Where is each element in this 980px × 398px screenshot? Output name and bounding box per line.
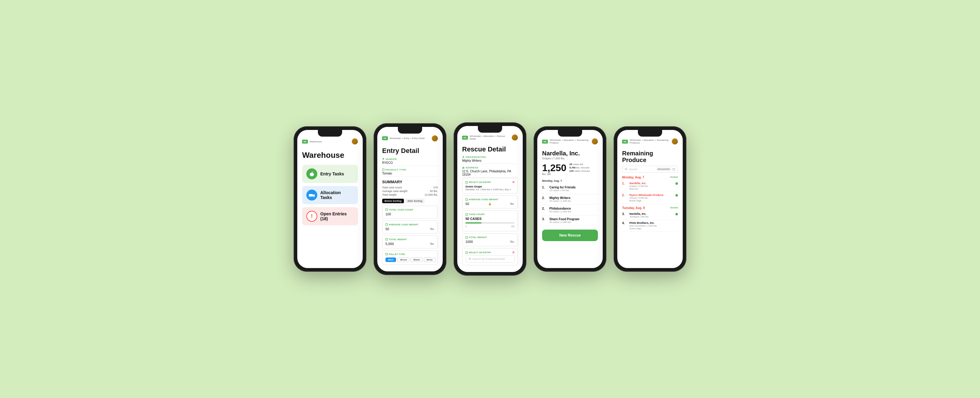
svg-rect-7: [382, 169, 384, 171]
open-entries-label: Open Entries (18): [320, 211, 354, 221]
breadcrumb-2: Wholesale > Entry > Entry Detail: [390, 137, 432, 140]
sort-tabs: Before Sorting After Sorting: [382, 199, 438, 203]
weight-icon-3: [465, 198, 468, 201]
before-sorting-tab[interactable]: Before Sorting: [382, 199, 404, 203]
svg-point-6: [383, 158, 384, 159]
day-label: Monday, Aug. 7: [542, 179, 598, 182]
phones-container: SE Warehouse Warehouse Entry Tasks: [294, 122, 686, 276]
pallet-type-box: PALLET TYPE Blue Wood Black None: [382, 250, 438, 265]
alloc-sub-3: 50 cases | 1,500 lbs.: [549, 210, 571, 213]
svg-rect-11: [386, 253, 388, 255]
alloc-num-4: 3.: [542, 217, 547, 221]
produce-num-1: 1.: [622, 182, 627, 185]
total-case-count-value: 100: [385, 212, 434, 216]
produce-item-2: 2. Ryeco Wholesale Produce Onions | 5,00…: [622, 192, 678, 204]
svg-rect-16: [466, 213, 468, 215]
total-weight-unit: lbs.: [430, 242, 434, 245]
svg-point-5: [313, 196, 314, 197]
select-entry-box-2: SELECT AN ENTRY ✕ Search by Produce/Vend…: [462, 248, 518, 265]
summary-title: SUMMARY: [382, 180, 438, 184]
case-count-slider[interactable]: 0 150: [465, 222, 515, 227]
svg-point-4: [309, 196, 310, 197]
produce-num-2: 2.: [622, 193, 627, 197]
pallet-none[interactable]: None: [424, 257, 436, 262]
select-entry-box-1: SELECT AN ENTRY ✕ Green Grape Nardella, …: [462, 178, 518, 193]
case-count-label: CASE COUNT: [465, 213, 515, 216]
search-placeholder: Search: [629, 168, 655, 171]
content-4: Nardella, Inc. Grapes | 7,000 lbs. 1,250…: [537, 146, 603, 246]
svg-rect-14: [466, 181, 468, 183]
produce-dot-2: [675, 194, 678, 197]
org-icon: [462, 156, 465, 159]
produce-sub1-1: Grapes | 2,000 lbs.: [629, 185, 673, 187]
address-value: 12 E. Church Lane, Philadelphia, PA 1910…: [462, 170, 518, 178]
alloc-sub-2: 20 cases | 1,000 lbs.: [549, 200, 571, 202]
notch-1: [318, 130, 342, 136]
avg-case-weight-unit: lbs.: [430, 227, 434, 230]
entry-tasks-label: Entry Tasks: [320, 171, 344, 176]
org-title: Nardella, Inc.: [542, 150, 598, 157]
total-case-count-label: TOTAL CASE COUNT: [385, 208, 434, 211]
pallet-black[interactable]: Black: [410, 257, 422, 262]
open-entries-card[interactable]: ! Open Entries (18): [302, 207, 358, 225]
pallet-wood[interactable]: Wood: [397, 257, 409, 262]
produce-dot-1: [675, 182, 678, 185]
big-stat-value: 1,250: [542, 163, 566, 173]
alloc-num-3: 2.: [542, 207, 547, 210]
date-badge: 06/10/2023: [656, 167, 671, 171]
total-weight-unit-3: lbs.: [510, 240, 515, 243]
alloc-item-3: 2. Philabundance 50 cases | 1,500 lbs.: [542, 205, 598, 216]
close-entry-button[interactable]: ✕: [512, 181, 515, 184]
alloc-info-4: Share Food Program 50 cases | 2,500 lbs.: [549, 217, 579, 224]
search-bar[interactable]: Search 06/10/2023: [622, 166, 678, 173]
breadcrumb-1: Warehouse: [310, 140, 352, 143]
notch-5: [638, 130, 662, 136]
org-value: Mighty Writers: [462, 159, 518, 164]
svg-rect-17: [466, 236, 468, 238]
screen-4: SE Wholesale > Allocation > Remaining Pr…: [537, 130, 603, 268]
breadcrumb-4: Wholesale > Allocation > Remaining Produ…: [550, 139, 592, 144]
screen-3: SE Wholesale > Allocation > Rescue Detai…: [457, 126, 523, 272]
side-stat-2: 5,750 lbs. rescued: [570, 166, 590, 169]
svg-point-12: [463, 156, 464, 157]
total-weight-box-3: TOTAL WEIGHT 1000 lbs.: [462, 233, 518, 246]
pallet-blue[interactable]: Blue: [385, 257, 396, 262]
avatar-1: [352, 138, 358, 144]
alloc-info-2: Mighty Writers 20 cases | 1,000 lbs.: [549, 196, 571, 202]
selected-entry-name: Green Grape: [465, 185, 515, 188]
allocation-tasks-card[interactable]: Allocation Tasks: [302, 186, 358, 204]
produce-sub1-3: Tomatoes | 500 lbs.: [629, 216, 673, 218]
vendor-icon: [382, 158, 385, 160]
weight-icon: [385, 223, 388, 226]
entry-icon-2: [465, 251, 468, 254]
produce-info-1: Nardella, Inc. Grapes | 2,000 lbs. Blue …: [629, 182, 673, 190]
phone-rescue-detail: SE Wholesale > Allocation > Rescue Detai…: [453, 122, 527, 276]
search-entry-input[interactable]: Search by Produce/Vendor: [465, 255, 515, 263]
entry-tasks-card[interactable]: Entry Tasks: [302, 165, 358, 183]
logo-1: SE: [302, 140, 308, 144]
avg-weight-unit-3: lbs.: [510, 202, 515, 205]
total-weight-value: 5,000: [385, 242, 394, 246]
pallet-icon: [385, 253, 388, 255]
content-1: Warehouse Entry Tasks: [297, 146, 363, 233]
case-count-icon: [465, 213, 468, 216]
content-3: Rescue Detail ORGANIZATION Mighty Writer…: [457, 142, 523, 272]
select-entry-label-1: SELECT AN ENTRY ✕: [465, 181, 515, 184]
logo-5: SE: [622, 140, 628, 144]
close-entry-2-button[interactable]: ✕: [512, 251, 515, 254]
screen-1: SE Warehouse Warehouse Entry Tasks: [297, 130, 363, 268]
alloc-info-1: Caring for Friends 15 cases | 750 lbs.: [549, 186, 576, 192]
logo-4: SE: [542, 140, 548, 144]
allocation-tasks-label: Allocation Tasks: [320, 190, 354, 200]
produce-name-3: Nardella, Inc.: [629, 212, 673, 216]
produce-sub2-4: Green bags: [629, 227, 673, 230]
svg-line-20: [470, 259, 471, 260]
new-rescue-button[interactable]: New Rescue: [542, 230, 598, 241]
rescue-detail-title: Rescue Detail: [462, 145, 518, 153]
avg-case-weight-label: AVERAGE CASE WEIGHT: [385, 223, 434, 226]
after-sorting-tab[interactable]: After Sorting: [405, 199, 425, 203]
svg-rect-23: [673, 168, 675, 170]
allocation-list: 1. Caring for Friends 15 cases | 750 lbs…: [542, 184, 598, 226]
produce-num-4: 4.: [622, 221, 627, 225]
alloc-info-3: Philabundance 50 cases | 1,500 lbs.: [549, 207, 571, 213]
